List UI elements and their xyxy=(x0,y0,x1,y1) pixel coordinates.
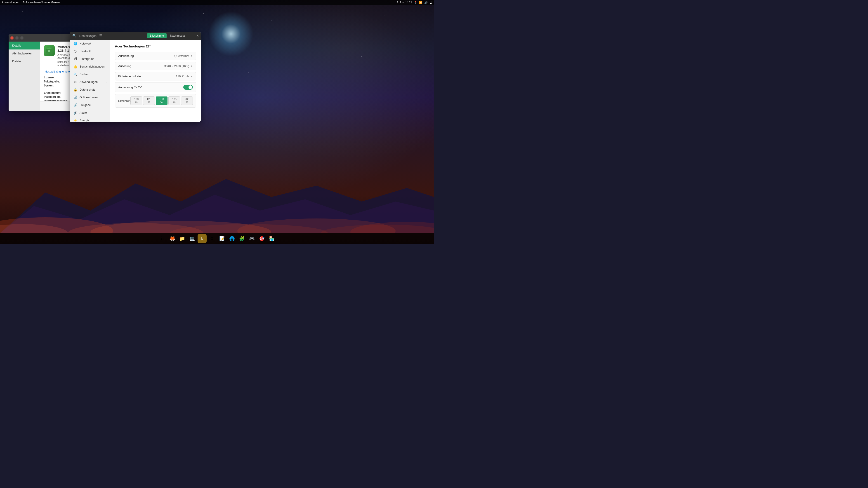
taskbar-firefox[interactable]: 🦊 xyxy=(168,234,177,243)
freigabe-icon: 🔗 xyxy=(73,103,77,107)
settings-item-suchen[interactable]: 🔍 Suchen xyxy=(70,70,110,78)
datenschutz-arrow-icon: › xyxy=(106,89,106,91)
location-icon[interactable]: 📍 xyxy=(414,1,417,4)
taskbar-steam[interactable]: 🎮 xyxy=(247,234,256,243)
source-label: Paketquelle: xyxy=(44,80,68,83)
settings-item-bluetooth[interactable]: ⬡ Bluetooth xyxy=(70,47,110,55)
settings-window: 🔍 Einstellungen ☰ Bildschirme Nachtmodus… xyxy=(70,32,201,122)
tab-nachtmodus[interactable]: Nachtmodus xyxy=(167,33,188,38)
settings-tabs: Bildschirme Nachtmodus xyxy=(147,33,188,38)
benachrichtigungen-label: Benachrichtigungen xyxy=(80,65,105,68)
aufloesung-row: Auflösung 3840 × 2160 (16:9) ▼ xyxy=(115,62,196,70)
settings-item-online-konten[interactable]: 🔄 Online-Konten xyxy=(70,94,110,101)
aufloesung-value[interactable]: 3840 × 2160 (16:9) ▼ xyxy=(164,64,193,68)
scale-options: 100 % 125 % 150 % 175 % 200 % xyxy=(130,96,193,105)
aufloesung-current: 3840 × 2160 (16:9) xyxy=(164,64,189,68)
suchen-icon: 🔍 xyxy=(73,72,77,76)
anwendungen-icon: ⚙ xyxy=(73,80,77,84)
screen-title: Acer Technologies 27" xyxy=(115,44,196,48)
hintergrund-label: Hintergrund xyxy=(80,57,94,61)
taskbar-browser2[interactable]: 🌐 xyxy=(227,234,237,243)
topbar-menu-anwendungen[interactable]: Anwendungen xyxy=(2,1,19,4)
taskbar-store[interactable]: 🏪 xyxy=(267,234,276,243)
scale-125[interactable]: 125 % xyxy=(143,96,155,105)
settings-window-buttons: – ✕ xyxy=(192,34,199,37)
settings-sidebar: 🌐 Netzwerk ⬡ Bluetooth 🖼 Hintergrund 🔔 B… xyxy=(70,40,110,122)
topbar-menu-software[interactable]: Software hinzufügen/entfernen xyxy=(23,1,60,4)
topbar-right: 8. Aug 14:21 📍 📶 🔊 ⏻ xyxy=(397,1,432,4)
netzwerk-icon: 🌐 xyxy=(73,42,77,45)
tab-bildschirme[interactable]: Bildschirme xyxy=(147,33,166,38)
software-max-button[interactable] xyxy=(20,36,24,39)
anwendungen-label: Anwendungen xyxy=(80,80,98,84)
ausrichtung-value[interactable]: Querformat ▼ xyxy=(174,54,193,58)
settings-titlebar: 🔍 Einstellungen ☰ Bildschirme Nachtmodus… xyxy=(70,32,201,40)
settings-item-freigabe[interactable]: 🔗 Freigabe xyxy=(70,101,110,109)
created-label: Erstelldatum: xyxy=(44,91,68,94)
audio-icon: 🔊 xyxy=(73,111,77,115)
settings-item-anwendungen[interactable]: ⚙ Anwendungen › xyxy=(70,78,110,86)
anwendungen-arrow-icon: › xyxy=(106,81,106,84)
bluetooth-label: Bluetooth xyxy=(80,50,92,53)
scale-175[interactable]: 175 % xyxy=(168,96,180,105)
taskbar-files[interactable]: 📁 xyxy=(178,234,187,243)
skalieren-label: Skalieren xyxy=(118,99,130,103)
software-min-button[interactable] xyxy=(16,36,19,39)
scale-200[interactable]: 200 % xyxy=(181,96,193,105)
netzwerk-label: Netzwerk xyxy=(80,42,91,45)
settings-item-audio[interactable]: 🔊 Audio xyxy=(70,109,110,117)
network-icon[interactable]: 📶 xyxy=(419,1,423,4)
software-sidebar-dependencies[interactable]: Abhängigkeiten xyxy=(8,50,40,57)
license-label: Lizenzen: xyxy=(44,76,68,79)
settings-item-hintergrund[interactable]: 🖼 Hintergrund xyxy=(70,55,110,63)
settings-close-icon[interactable]: ✕ xyxy=(196,34,199,37)
taskbar-games[interactable]: 🎯 xyxy=(257,234,266,243)
settings-item-energie[interactable]: ⚡ Energie xyxy=(70,117,110,122)
taskbar-terminal[interactable]: 💻 xyxy=(188,234,197,243)
aufloesung-label: Auflösung xyxy=(118,64,131,68)
anpassung-label: Anpassung für TV xyxy=(118,86,142,89)
suchen-label: Suchen xyxy=(80,73,89,76)
settings-search-icon[interactable]: 🔍 xyxy=(71,33,77,38)
topbar: Anwendungen Software hinzufügen/entferne… xyxy=(0,0,434,5)
taskbar-puzzle[interactable]: 🧩 xyxy=(237,234,246,243)
topbar-datetime: 8. Aug 14:21 xyxy=(397,1,412,4)
svg-rect-12 xyxy=(49,50,50,52)
power-icon[interactable]: ⏻ xyxy=(430,1,432,4)
online-konten-icon: 🔄 xyxy=(73,96,77,99)
package-icon xyxy=(44,45,55,56)
settings-main-panel: Acer Technologies 27" Ausrichtung Querfo… xyxy=(110,40,201,122)
volume-icon[interactable]: 🔊 xyxy=(424,1,428,4)
taskbar-kuro[interactable]: k xyxy=(197,234,207,243)
settings-item-datenschutz[interactable]: 🔒 Datenschutz › xyxy=(70,86,110,94)
settings-minimize-icon[interactable]: – xyxy=(192,34,193,37)
settings-item-benachrichtigungen[interactable]: 🔔 Benachrichtigungen xyxy=(70,63,110,70)
taskbar-settings[interactable]: ⚙ xyxy=(208,234,217,243)
software-close-button[interactable] xyxy=(10,36,13,39)
bildwiederholrate-current: 119,91 Hz xyxy=(176,74,189,78)
datenschutz-label: Datenschutz xyxy=(80,88,95,91)
scale-150[interactable]: 150 % xyxy=(156,96,167,105)
svg-text:k: k xyxy=(202,237,203,240)
ausrichtung-current: Querformat xyxy=(174,54,189,58)
ausrichtung-row: Ausrichtung Querformat ▼ xyxy=(115,52,196,60)
scale-100[interactable]: 100 % xyxy=(130,96,142,105)
hintergrund-icon: 🖼 xyxy=(73,57,77,61)
benachrichtigungen-icon: 🔔 xyxy=(73,65,77,68)
bildwiederholrate-value[interactable]: 119,91 Hz ▼ xyxy=(176,74,193,78)
bildwiederholrate-row: Bildwiederholrate 119,91 Hz ▼ xyxy=(115,72,196,80)
software-sidebar-details[interactable]: Details xyxy=(8,41,40,50)
anpassung-toggle[interactable] xyxy=(183,85,193,90)
installed-label: Installiert am: xyxy=(44,95,68,98)
bluetooth-icon: ⬡ xyxy=(73,50,77,53)
software-sidebar-files[interactable]: Dateien xyxy=(8,57,40,65)
taskbar-apps-grid[interactable]: ⠿ xyxy=(158,234,167,243)
topbar-left: Anwendungen Software hinzufügen/entferne… xyxy=(2,1,60,4)
settings-content: 🌐 Netzwerk ⬡ Bluetooth 🖼 Hintergrund 🔔 B… xyxy=(70,40,201,122)
software-sidebar: Details Abhängigkeiten Dateien xyxy=(8,41,40,111)
energie-icon: ⚡ xyxy=(73,119,77,122)
settings-titlebar-center: Einstellungen ☰ xyxy=(79,33,145,39)
settings-menu-icon[interactable]: ☰ xyxy=(98,33,103,39)
settings-item-netzwerk[interactable]: 🌐 Netzwerk xyxy=(70,40,110,47)
taskbar-notes[interactable]: 📝 xyxy=(217,234,226,243)
